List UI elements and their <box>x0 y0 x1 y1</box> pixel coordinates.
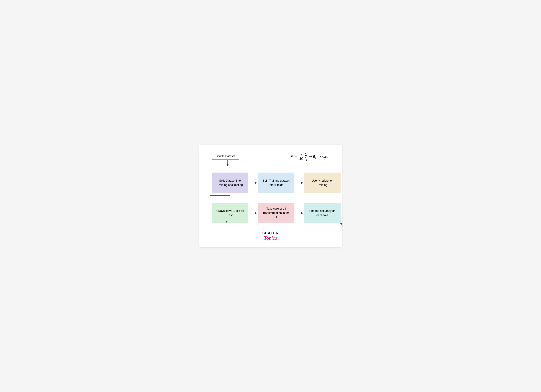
arrow-row1-1-2 <box>248 181 258 185</box>
down-arrow-source <box>226 160 229 166</box>
box-split-dataset: Split Dataset into Training and Testing <box>212 173 248 193</box>
formula-equals: = <box>294 155 298 159</box>
source-box: Scuffle Dataset <box>212 153 239 160</box>
sigma-symbol: Σ <box>305 155 307 159</box>
svg-marker-5 <box>301 182 303 184</box>
row2: Always leave 1 fold for Test Take care o… <box>208 203 333 223</box>
box-accuracy: Find the accuracy on each fold <box>304 203 341 223</box>
down-arrow-svg <box>226 160 229 166</box>
rows-wrapper: Split Dataset into Training and Testing … <box>208 173 333 223</box>
formula-E: E <box>291 155 293 159</box>
svg-marker-7 <box>255 212 257 214</box>
brand-scaler: SCALER <box>208 231 333 235</box>
box-leave-fold: Always leave 1 fold for Test <box>212 203 248 223</box>
summation-bottom: i=1 <box>305 159 307 161</box>
arrow-row1-2-3 <box>294 181 304 185</box>
row1: Split Dataset into Training and Testing … <box>208 173 333 193</box>
svg-marker-3 <box>255 182 257 184</box>
box-transformation: Take care of all Transformation in the f… <box>258 203 294 223</box>
formula-fraction: 1 10 <box>299 153 303 160</box>
box-split-training: Split Training dataset into K-folds <box>258 173 294 193</box>
fraction-numerator: 1 <box>300 153 302 157</box>
fraction-denominator: 10 <box>299 157 303 160</box>
formula-arrow: ⇒ <box>308 154 312 159</box>
formula-value: = xx.xx <box>317 155 328 159</box>
formula-summation: 10 Σ i=1 <box>305 153 307 161</box>
formula-area: E = 1 10 10 Σ i=1 ⇒ Ei = xx.xx <box>291 153 328 161</box>
brand-topics: Topics <box>208 235 333 241</box>
brand: SCALER Topics <box>208 231 333 241</box>
svg-marker-9 <box>301 212 303 214</box>
arrow-row2-2-3 <box>294 211 304 215</box>
diagram-container: E = 1 10 10 Σ i=1 ⇒ Ei = xx.xx Scuffle D… <box>199 145 342 247</box>
source-label: Scuffle Dataset <box>216 155 235 158</box>
formula-result: Ei = xx.xx <box>313 155 328 159</box>
arrow-row2-1-2 <box>248 211 258 215</box>
svg-marker-1 <box>227 164 229 166</box>
box-use-k1: Use (K-1)fold for Training <box>304 173 341 193</box>
